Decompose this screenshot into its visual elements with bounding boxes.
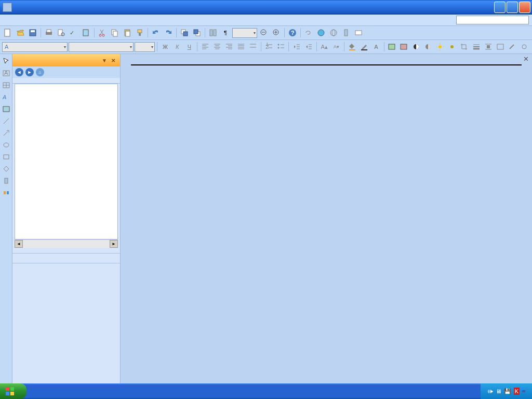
reset-pic-icon[interactable]	[519, 41, 530, 52]
link-icon[interactable]	[303, 27, 314, 38]
research-icon[interactable]	[81, 27, 92, 38]
fill-color-icon[interactable]	[347, 41, 357, 52]
help-input[interactable]	[456, 16, 529, 24]
align-center-icon[interactable]	[211, 41, 222, 52]
tray-kaspersky-icon[interactable]: K	[514, 388, 520, 395]
menu-window[interactable]	[70, 19, 78, 22]
bring-front-icon[interactable]	[179, 27, 190, 38]
italic-icon[interactable]: К	[172, 41, 183, 52]
design-gallery-icon[interactable]	[1, 188, 11, 198]
transparent-icon[interactable]	[507, 41, 518, 52]
lang-indicator-2[interactable]	[522, 390, 525, 392]
hyperlink-icon[interactable]	[328, 27, 339, 38]
form-icon[interactable]	[353, 27, 364, 38]
inc-font-icon[interactable]: A▴	[319, 41, 330, 52]
line-style-icon[interactable]	[471, 41, 482, 52]
tools-toolbar: A A	[0, 54, 12, 387]
copy-icon[interactable]	[109, 27, 121, 38]
pointer-icon[interactable]	[1, 56, 11, 66]
send-back-icon[interactable]	[191, 27, 203, 38]
start-button[interactable]	[0, 383, 26, 399]
zoom-in-icon[interactable]	[271, 27, 282, 38]
menu-arrange[interactable]	[61, 19, 70, 22]
paste-icon[interactable]	[122, 27, 133, 38]
rect-tool-icon[interactable]	[1, 152, 11, 162]
bookmark-icon[interactable]	[340, 27, 352, 38]
menu-edit[interactable]	[11, 19, 20, 22]
menu-format[interactable]	[36, 19, 45, 22]
special-chars-icon[interactable]: ¶	[220, 27, 231, 38]
save-icon[interactable]	[27, 27, 38, 38]
more-contrast-icon[interactable]	[410, 41, 421, 52]
taskpane-back-icon[interactable]: ◄	[15, 68, 23, 76]
web-preview-icon[interactable]	[315, 27, 327, 38]
gallery-close-icon[interactable]: ✕	[523, 55, 529, 63]
bullets-icon[interactable]	[275, 41, 286, 52]
cut-icon[interactable]	[97, 27, 108, 38]
format-painter-icon[interactable]	[134, 27, 145, 38]
style-combo[interactable]: A	[2, 42, 68, 52]
more-bright-icon[interactable]	[434, 41, 445, 52]
dec-font-icon[interactable]: A▾	[331, 41, 342, 52]
columns-icon[interactable]	[207, 27, 219, 38]
arrow-tool-icon[interactable]	[1, 128, 11, 138]
dec-indent-icon[interactable]	[291, 41, 302, 52]
menu-insert[interactable]	[28, 19, 36, 22]
redo-icon[interactable]	[163, 27, 174, 38]
less-contrast-icon[interactable]	[422, 41, 433, 52]
help-icon[interactable]: ?	[287, 27, 298, 38]
taskpane-home-icon[interactable]: ⌂	[36, 68, 44, 76]
underline-icon[interactable]: Ч	[184, 41, 195, 52]
help-search[interactable]	[456, 16, 529, 24]
menu-table[interactable]	[53, 19, 61, 22]
numbering-icon[interactable]: 12	[263, 41, 274, 52]
close-button[interactable]	[519, 2, 530, 13]
minimize-button[interactable]	[494, 2, 506, 13]
pic-color-icon[interactable]	[398, 41, 409, 52]
text-wrap-icon[interactable]	[483, 41, 494, 52]
align-left-icon[interactable]	[200, 41, 210, 52]
less-bright-icon[interactable]	[447, 41, 458, 52]
open-icon[interactable]	[15, 27, 26, 38]
line-tool-icon[interactable]	[1, 116, 11, 126]
wordart-icon[interactable]: A	[1, 92, 11, 102]
taskpane-menu-icon[interactable]: ▼	[101, 57, 108, 64]
align-justify-icon[interactable]	[236, 41, 247, 52]
inc-indent-icon[interactable]	[303, 41, 314, 52]
menu-file[interactable]	[3, 19, 11, 22]
preview-icon[interactable]	[56, 27, 67, 38]
spell-icon[interactable]: ✓	[68, 27, 79, 38]
oval-tool-icon[interactable]	[1, 140, 11, 150]
menu-help[interactable]	[78, 19, 86, 22]
picture-frame-icon[interactable]	[1, 104, 11, 114]
taskpane-close-icon[interactable]: ✕	[110, 57, 117, 64]
fontsize-combo[interactable]	[135, 42, 155, 52]
menu-view[interactable]	[20, 19, 28, 22]
maximize-button[interactable]	[507, 2, 518, 13]
print-icon[interactable]	[43, 27, 55, 38]
distribute-icon[interactable]	[248, 41, 259, 52]
crop-icon[interactable]	[459, 41, 470, 52]
insert-pic-icon[interactable]	[387, 41, 397, 52]
zoom-out-icon[interactable]	[258, 27, 270, 38]
font-color-icon[interactable]: A	[370, 41, 381, 52]
line-color-icon[interactable]	[358, 41, 369, 52]
align-right-icon[interactable]	[223, 41, 234, 52]
textbox-icon[interactable]: A	[1, 68, 11, 78]
tray-icon[interactable]: 🕪	[487, 388, 493, 394]
zoom-combo[interactable]	[232, 28, 257, 38]
autoshapes-icon[interactable]	[1, 164, 11, 174]
bookmark-tool-icon[interactable]	[1, 176, 11, 186]
tray-icon[interactable]: 🖥	[496, 388, 501, 394]
insert-table-icon[interactable]	[1, 80, 11, 90]
publication-type-tree[interactable]	[15, 84, 118, 240]
font-combo[interactable]	[69, 42, 134, 52]
tree-hscroll[interactable]: ◄►	[15, 240, 118, 248]
bold-icon[interactable]: Ж	[159, 41, 170, 52]
new-icon[interactable]	[2, 27, 14, 38]
undo-icon[interactable]	[150, 27, 162, 38]
format-pic-icon[interactable]	[495, 41, 506, 52]
taskpane-fwd-icon[interactable]: ►	[25, 68, 34, 76]
tray-icon[interactable]: 💾	[504, 388, 511, 395]
menu-tools[interactable]	[45, 19, 53, 22]
